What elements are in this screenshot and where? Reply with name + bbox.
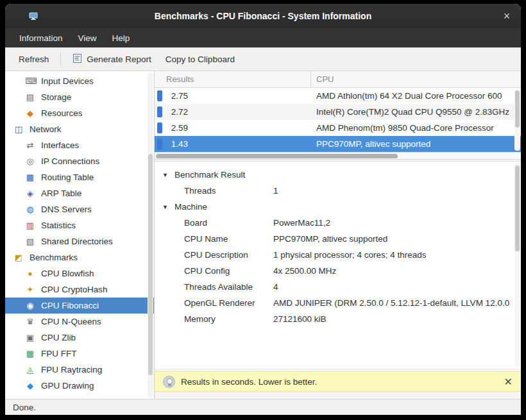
sidebar-item-cpu-fibonacci[interactable]: ◉ CPU Fibonacci (5, 298, 154, 314)
result-value: 2.72 (165, 107, 188, 117)
table-row[interactable]: 2.72 Intel(R) Core(TM)2 Quad CPU Q9550 @… (155, 104, 521, 120)
window-close-button[interactable]: × (499, 8, 514, 24)
details-vertical-scrollbar[interactable] (514, 163, 520, 367)
result-bar (157, 122, 162, 133)
sidebar-item-arp-table[interactable]: ◈ ARP Table (5, 185, 154, 201)
menu-help[interactable]: Help (105, 28, 138, 47)
results-cell: 2.59 (155, 122, 311, 133)
sidebar-item-statistics[interactable]: ▥ Statistics (5, 217, 154, 233)
details-vertical-scrollbar-thumb[interactable] (515, 165, 520, 251)
sidebar-item-dns-servers[interactable]: ◍ DNS Servers (5, 201, 154, 217)
statistics-icon: ▥ (25, 221, 35, 231)
dns-servers-icon: ◍ (25, 205, 35, 215)
sidebar-scrollbar-thumb[interactable] (148, 154, 153, 375)
menu-information[interactable]: Information (12, 28, 71, 47)
report-icon (72, 53, 82, 65)
table-vertical-scrollbar[interactable] (514, 89, 520, 151)
sidebar-item-cpu-blowfish[interactable]: ● CPU Blowfish (5, 265, 154, 281)
titlebar: Benchmarks - CPU Fibonacci - System Info… (5, 4, 521, 28)
results-cell: 1.43 (155, 139, 311, 149)
sidebar-item-routing-table[interactable]: ▦ Routing Table (5, 169, 154, 185)
column-header-cpu[interactable]: CPU (311, 71, 521, 87)
detail-field: Threads 1 (155, 183, 521, 199)
copy-to-clipboard-button[interactable]: Copy to Clipboard (160, 51, 241, 67)
toolbar-separator (60, 52, 61, 66)
sidebar-item-fpu-raytracing[interactable]: ◬ FPU Raytracing (5, 362, 154, 378)
sidebar-item-label: FPU Raytracing (41, 365, 102, 374)
sidebar-item-interfaces[interactable]: ⇄ Interfaces (5, 137, 154, 153)
sidebar-item-label: Resources (41, 108, 83, 118)
field-value: AMD JUNIPER (DRM 2.50.0 / 5.12.12-1-defa… (273, 298, 509, 308)
sidebar-item-cpu-cryptohash[interactable]: ✦ CPU CryptoHash (5, 281, 154, 298)
info-bar-message: Results in seconds. Lower is better. (181, 377, 317, 387)
app-window: Benchmarks - CPU Fibonacci - System Info… (5, 4, 521, 415)
fpu-fft-icon: ▦ (25, 349, 35, 359)
sidebar-item-resources[interactable]: ◆ Resources (5, 105, 154, 121)
sidebar-item-network[interactable]: ◫ Network (5, 121, 154, 137)
detail-field: Board PowerMac11,2 (155, 215, 521, 231)
sidebar-item-label: CPU CryptoHash (41, 285, 108, 294)
info-bar: Results in seconds. Lower is better. ✕ (155, 371, 521, 392)
field-value: 27121600 kiB (273, 314, 327, 324)
sidebar-item-benchmarks[interactable]: ◩ Benchmarks (5, 249, 154, 265)
column-header-results[interactable]: Results (155, 71, 311, 87)
field-label: CPU Description (184, 250, 273, 260)
cpu-cell: AMD Phenom(tm) 9850 Quad-Core Processor (311, 123, 521, 133)
sidebar-item-gpu-drawing[interactable]: ◆ GPU Drawing (5, 378, 154, 394)
results-table-header: Results CPU (155, 71, 521, 88)
field-value: 1 (273, 186, 278, 196)
detail-field: CPU Name PPC970MP, altivec supported (155, 231, 521, 247)
generate-report-button[interactable]: Generate Report (67, 50, 157, 69)
detail-field: CPU Config 4x 2500.00 MHz (155, 263, 521, 279)
generate-report-label: Generate Report (87, 55, 151, 64)
keyboard-icon: ⌨ (25, 76, 35, 87)
content-area: ⌨ Input Devices ▤ Storage ◆ Resources ◫ … (5, 71, 521, 399)
sidebar-item-label: IP Connections (41, 156, 99, 166)
cpu-zlib-icon: ▣ (25, 333, 35, 343)
sidebar-item-cpu-n-queens[interactable]: ♛ CPU N-Queens (5, 314, 154, 330)
sidebar-item-label: Network (30, 124, 62, 134)
field-label: CPU Config (184, 266, 273, 276)
results-cell: 2.75 (155, 90, 311, 101)
table-row[interactable]: 2.59 AMD Phenom(tm) 9850 Quad-Core Proce… (155, 120, 521, 136)
sidebar-item-input-devices[interactable]: ⌨ Input Devices (5, 73, 154, 89)
shared-directories-icon: ▧ (25, 237, 35, 247)
sidebar-item-label: Routing Table (41, 172, 94, 182)
sidebar-scrollbar[interactable] (148, 72, 153, 398)
field-value: 1 physical processor; 4 cores; 4 threads (273, 250, 427, 260)
system-information-icon (28, 11, 38, 21)
sidebar-item-label: Interfaces (41, 140, 79, 150)
refresh-button-label: Refresh (19, 55, 49, 64)
table-horizontal-scrollbar-thumb[interactable] (156, 154, 398, 158)
sidebar-item-label: CPU Blowfish (41, 269, 94, 278)
routing-table-icon: ▦ (25, 172, 35, 183)
copy-to-clipboard-label: Copy to Clipboard (165, 55, 235, 64)
field-value: PPC970MP, altivec supported (273, 234, 387, 244)
table-row-selected[interactable]: 1.43 PPC970MP, altivec supported (155, 136, 521, 152)
refresh-button[interactable]: Refresh (13, 51, 55, 67)
sidebar-item-shared-directories[interactable]: ▧ Shared Directories (5, 233, 154, 249)
gpu-drawing-icon: ◆ (25, 381, 35, 391)
table-vertical-scrollbar-thumb[interactable] (515, 90, 520, 128)
cpu-cell: PPC970MP, altivec supported (311, 139, 521, 149)
section-machine[interactable]: ▼ Machine (155, 199, 521, 215)
sidebar-item-storage[interactable]: ▤ Storage (5, 89, 154, 105)
benchmarks-icon: ◩ (13, 253, 24, 263)
sidebar-item-label: Storage (41, 92, 71, 102)
info-bar-close-icon[interactable]: ✕ (504, 376, 513, 388)
detail-field: OpenGL Renderer AMD JUNIPER (DRM 2.50.0 … (155, 295, 521, 311)
table-horizontal-scrollbar[interactable] (155, 152, 521, 160)
sidebar-item-ip-connections[interactable]: ◎ IP Connections (5, 153, 154, 169)
results-cell: 2.72 (155, 106, 311, 117)
field-label: CPU Name (184, 234, 273, 244)
menu-view[interactable]: View (71, 28, 105, 47)
sidebar-item-label: FPU FFT (41, 349, 77, 358)
sidebar-item-cpu-zlib[interactable]: ▣ CPU Zlib (5, 330, 154, 346)
sidebar-item-fpu-fft[interactable]: ▦ FPU FFT (5, 346, 154, 362)
table-row[interactable]: 2.75 AMD Athlon(tm) 64 X2 Dual Core Proc… (155, 88, 521, 104)
window-title: Benchmarks - CPU Fibonacci - System Info… (44, 11, 482, 21)
field-value: PowerMac11,2 (273, 218, 330, 228)
arp-table-icon: ◈ (25, 189, 35, 199)
ip-connections-icon: ◎ (25, 156, 35, 167)
section-benchmark-result[interactable]: ▼ Benchmark Result (155, 167, 521, 183)
